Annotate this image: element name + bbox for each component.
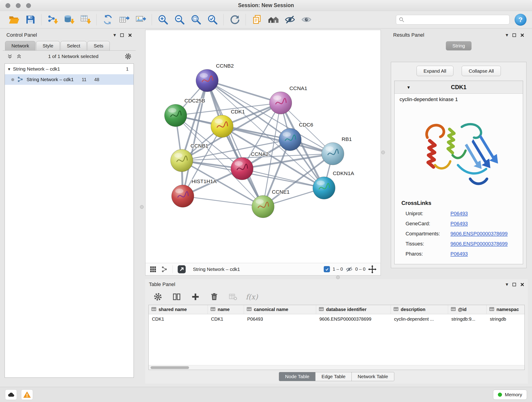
duplicate-network-button[interactable] <box>249 13 265 27</box>
zoom-out-button[interactable] <box>171 13 188 27</box>
crosslink-value-link[interactable]: 9606.ENSP00000378699 <box>450 241 508 247</box>
expand-all-button[interactable]: Expand All <box>417 66 453 76</box>
column-header-id[interactable]: @id <box>448 305 487 314</box>
network-node-ccnb1[interactable] <box>171 149 193 172</box>
panel-menu-icon[interactable]: ▾ <box>114 32 116 38</box>
export-image-button[interactable] <box>133 13 149 27</box>
help-button[interactable]: ? <box>515 14 526 26</box>
network-row[interactable]: String Network – cdk1 11 48 <box>5 74 133 85</box>
search-input[interactable] <box>407 17 507 22</box>
network-node-cdkn1a[interactable] <box>313 177 335 199</box>
table-cell[interactable]: CDK1 <box>208 314 244 324</box>
column-header-canonical-name[interactable]: canonical name <box>244 305 316 314</box>
delete-column-button[interactable] <box>209 292 220 302</box>
import-network-database-button[interactable] <box>61 13 77 27</box>
column-header-namespac[interactable]: namespac <box>487 305 525 314</box>
crosslink-value-link[interactable]: P06493 <box>450 211 468 217</box>
table-cell[interactable]: stringdb:9... <box>448 314 487 324</box>
cloud-status-button[interactable] <box>5 389 17 400</box>
close-window-button[interactable] <box>6 3 10 8</box>
zoom-selected-button[interactable] <box>204 13 221 27</box>
panel-close-icon[interactable] <box>128 33 132 37</box>
show-columns-button[interactable] <box>171 292 182 302</box>
export-network-button[interactable] <box>99 13 116 27</box>
network-edge[interactable] <box>207 80 263 206</box>
memory-button[interactable]: Memory <box>493 390 527 400</box>
warnings-button[interactable] <box>21 389 33 400</box>
panel-menu-icon[interactable]: ▾ <box>506 32 508 38</box>
column-header-description[interactable]: description <box>391 305 448 314</box>
column-header-database-identifier[interactable]: database identifier <box>316 305 391 314</box>
save-session-button[interactable] <box>22 13 38 27</box>
hide-selected-button[interactable] <box>282 13 298 27</box>
collection-expand-icon[interactable]: ▾ <box>8 66 10 72</box>
table-cell[interactable]: P06493 <box>244 314 316 324</box>
panel-float-icon[interactable] <box>512 283 516 287</box>
network-edge[interactable] <box>183 196 263 207</box>
open-session-button[interactable] <box>6 13 22 27</box>
search-box[interactable] <box>396 15 510 25</box>
function-builder-button[interactable]: f(x) <box>247 292 257 302</box>
network-collection-row[interactable]: ▾ String Network – cdk1 1 <box>5 64 133 74</box>
tab-style[interactable]: Style <box>36 41 60 51</box>
import-table-file-button[interactable] <box>77 13 94 27</box>
pan-crosshair-icon[interactable] <box>368 265 376 274</box>
table-cell[interactable]: stringdb <box>487 314 525 324</box>
tab-node-table[interactable]: Node Table <box>279 372 316 381</box>
table-cell[interactable]: 9606.ENSP00000378699 <box>316 314 391 324</box>
entry-collapse-icon[interactable]: ▾ <box>407 85 410 90</box>
panel-float-icon[interactable] <box>512 33 516 37</box>
options-gear-icon[interactable] <box>125 53 132 60</box>
table-cell[interactable]: cyclin-dependent ... <box>391 314 448 324</box>
table-row[interactable]: CDK1CDK1P064939606.ENSP00000378699cyclin… <box>149 314 525 324</box>
zoom-window-button[interactable] <box>26 3 31 8</box>
grid-view-icon[interactable] <box>150 266 157 273</box>
network-node-ccnb2[interactable] <box>196 70 218 92</box>
network-node-hist1h1a[interactable] <box>172 185 194 207</box>
tab-string[interactable]: String <box>446 41 472 51</box>
network-canvas-svg[interactable]: CCNB2CCNA1CDC25BCDK1CDC6RB1CCNB1CCNA2CDK… <box>146 30 380 263</box>
import-network-file-button[interactable] <box>44 13 61 27</box>
panel-float-icon[interactable] <box>120 33 124 37</box>
table-cell[interactable]: CDK1 <box>149 314 208 324</box>
zoom-in-button[interactable] <box>155 13 171 27</box>
collapse-all-button[interactable]: Collapse All <box>462 66 501 76</box>
birdseye-home-button[interactable] <box>265 13 282 27</box>
tab-sets[interactable]: Sets <box>87 41 110 51</box>
tab-select[interactable]: Select <box>60 41 87 51</box>
table-options-gear-button[interactable] <box>152 292 163 302</box>
network-node-ccne1[interactable] <box>252 196 274 218</box>
birdseye-view-button[interactable] <box>177 265 186 274</box>
network-node-cdk1[interactable] <box>211 115 233 138</box>
selected-checkbox[interactable] <box>324 266 330 272</box>
network-edge[interactable] <box>207 80 281 103</box>
network-glyph-icon[interactable] <box>161 266 168 273</box>
splitter-handle[interactable] <box>140 205 144 209</box>
splitter-handle[interactable] <box>336 275 340 279</box>
show-all-button[interactable] <box>298 13 315 27</box>
column-header-shared-name[interactable]: shared name <box>149 305 208 314</box>
splitter-handle[interactable] <box>381 151 385 154</box>
export-table-button[interactable] <box>116 13 133 27</box>
network-node-ccna2[interactable] <box>231 157 253 180</box>
expand-all-icon[interactable] <box>16 53 22 59</box>
zoom-fit-button[interactable] <box>188 13 204 27</box>
network-node-ccna1[interactable] <box>269 92 292 114</box>
column-header-name[interactable]: name <box>208 305 244 314</box>
horizontal-scrollbar[interactable] <box>149 365 525 370</box>
hidden-items-eye-icon[interactable] <box>346 266 353 273</box>
minimize-window-button[interactable] <box>16 3 21 8</box>
tab-network-table[interactable]: Network Table <box>352 372 394 381</box>
scrollbar-thumb[interactable] <box>151 366 189 369</box>
panel-close-icon[interactable] <box>520 33 524 37</box>
refresh-layout-button[interactable] <box>226 13 243 27</box>
panel-menu-icon[interactable]: ▾ <box>506 282 508 287</box>
add-column-button[interactable] <box>190 292 201 302</box>
network-node-cdc6[interactable] <box>279 128 301 151</box>
panel-close-icon[interactable] <box>520 283 524 287</box>
crosslink-value-link[interactable]: 9606.ENSP00000378699 <box>450 231 508 237</box>
node-detail-header[interactable]: ▾ CDK1 <box>394 81 523 94</box>
crosslink-value-link[interactable]: P06493 <box>450 251 468 257</box>
network-node-rb1[interactable] <box>322 143 344 165</box>
tab-edge-table[interactable]: Edge Table <box>316 372 352 381</box>
